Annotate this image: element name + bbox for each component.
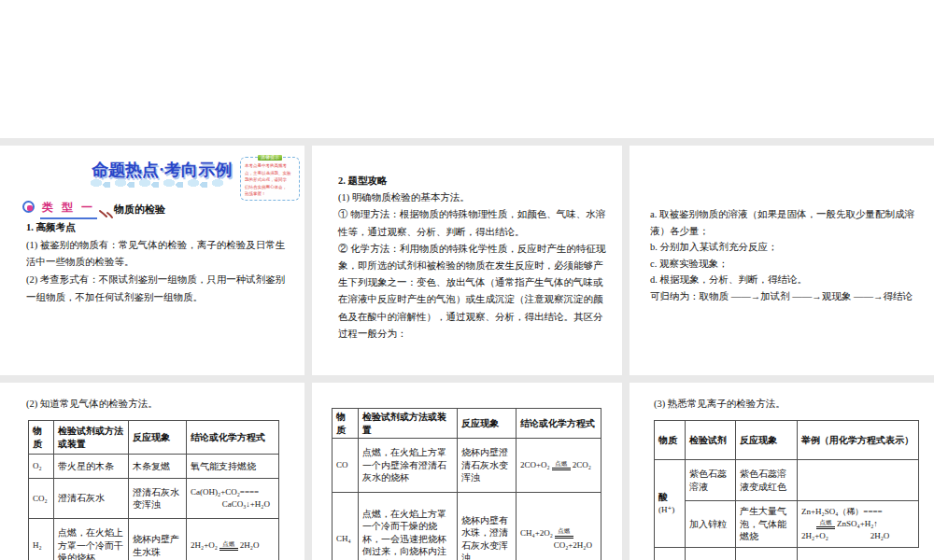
header-cell: 检验试剂 bbox=[686, 421, 736, 460]
tip-stamp-line: 本考点是中考的高频考 bbox=[245, 162, 296, 170]
table-cell: 带火星的木条 bbox=[54, 455, 129, 479]
header-cell: 举例（用化学方程式表示） bbox=[798, 421, 919, 460]
equation-cell: Ca(OH)₂+CO₂==== CaCO₃↓+H₂O bbox=[187, 479, 279, 519]
text-line: 过程一般分为： bbox=[338, 326, 605, 343]
equation-lhs: 2CO+O₂ bbox=[520, 460, 550, 469]
tip-stamp-line: 熟练掌握！ bbox=[245, 190, 296, 198]
text-line: ② 化学方法：利用物质的特殊化学性质，反应时产生的特征现 bbox=[338, 241, 605, 258]
equation-line: Ca(OH)₂+CO₂==== bbox=[191, 486, 275, 498]
text-line: (1) 明确物质检验的基本方法。 bbox=[338, 189, 605, 206]
table-cell: 烧杯内壁产生水珠 bbox=[129, 519, 187, 560]
document-page: 命题热点·考向示例 温馨提示 本考点是中考的高频考 点，主要以选择题、实验 题的… bbox=[0, 0, 934, 560]
ion-test-table: 物质 检验试剂 反应现象 举例（用化学方程式表示） 酸 (H⁺) 紫色石蕊溶液 … bbox=[654, 420, 919, 560]
header-cell: 结论或化学方程式 bbox=[517, 409, 601, 439]
text-line: (2) 考查形式有：不限试剂鉴别一组物质，只用一种试剂鉴别 bbox=[26, 272, 285, 289]
text-line: 可归纳为：取物质 ——→加试剂 ——→观现象 ——→得结论 bbox=[650, 288, 914, 305]
key-points-text: 1. 高频考点 (1) 被鉴别的物质有：常见气体的检验，离子的检验及日常生 活中… bbox=[26, 219, 285, 307]
table-cell: 烧杯内壁有水珠，澄清石灰水变浑浊 bbox=[458, 493, 517, 560]
table-cell: H₂ bbox=[29, 519, 54, 560]
equation-line: Zn+H₂SO₄（稀）==== bbox=[801, 506, 914, 518]
strategy-text: 2. 题型攻略 (1) 明确物质检验的基本方法。 ① 物理方法：根据物质的特殊物… bbox=[338, 173, 605, 343]
text-line: a. 取被鉴别物质的溶液（如果是固体，一般先取少量配制成溶 bbox=[650, 206, 914, 223]
table-cell: 产生大量气泡，气体能燃烧 bbox=[736, 501, 798, 548]
equation-line: 点燃ZnSO₄+H₂↑ bbox=[801, 518, 914, 530]
text-line: 1. 高频考点 bbox=[26, 219, 285, 237]
table-cell: 澄清石灰水 bbox=[54, 479, 129, 519]
table-cell: 紫色石蕊溶液 bbox=[686, 460, 736, 501]
text-line: ① 物理方法：根据物质的特殊物理性质，如颜色、气味、水溶 bbox=[338, 206, 605, 223]
header-cell: 物质 bbox=[29, 421, 54, 455]
ion-symbol: (H⁺) bbox=[658, 504, 681, 516]
table-cell: 点燃，在火焰上方罩一个冷而干燥的烧杯，一会迅速把烧杯倒过来，向烧杯内注入澄清石灰… bbox=[359, 493, 458, 560]
slide-panel-2: 2. 题型攻略 (1) 明确物质检验的基本方法。 ① 物理方法：根据物质的特殊物… bbox=[312, 146, 622, 375]
table-cell: CH₄ bbox=[333, 493, 359, 560]
equation-cell: Zn+H₂SO₄（稀）==== 点燃ZnSO₄+H₂↑ 2H₂+O₂2H₂O bbox=[798, 501, 919, 548]
section-intro: (2) 知道常见气体的检验方法。 bbox=[26, 398, 158, 411]
table-cell: 加入锌粒 bbox=[686, 501, 736, 548]
double-bond-line bbox=[555, 536, 573, 539]
header-cell: 检验试剂或方法或装置 bbox=[359, 409, 458, 439]
slide-panel-1: 命题热点·考向示例 温馨提示 本考点是中考的高频考 点，主要以选择题、实验 题的… bbox=[0, 146, 304, 375]
table-header-row: 物质 检验试剂或方法或装置 反应现象 结论或化学方程式 bbox=[29, 421, 279, 455]
double-bond-line bbox=[219, 548, 238, 551]
header-cell: 结论或化学方程式 bbox=[187, 421, 279, 455]
text-line: 在溶液中反应时产生的气泡）或生成沉淀（注意观察沉淀的颜 bbox=[338, 291, 605, 308]
header-cell: 物质 bbox=[655, 421, 686, 460]
text-line: 性等，通过观察、分析、判断，得出结论。 bbox=[338, 224, 605, 241]
substance-cell: 酸 (H⁺) bbox=[655, 460, 686, 548]
table-cell: 木条复燃 bbox=[129, 455, 187, 479]
reaction-condition: 点燃 bbox=[816, 520, 835, 530]
substance-name: 酸 bbox=[658, 491, 681, 504]
table-cell: 点燃，在火焰上方罩一个冷而干燥的烧杯 bbox=[54, 519, 129, 560]
table-row: CO 点燃，在火焰上方罩一个内壁涂有澄清石灰水的烧杯 烧杯内壁澄清石灰水变浑浊 … bbox=[333, 439, 601, 493]
type-one-label: 类 型 一 bbox=[40, 200, 97, 219]
table-header-row: 物质 检验试剂 反应现象 举例（用化学方程式表示） bbox=[655, 421, 919, 460]
table-cell bbox=[798, 460, 919, 501]
double-bond-line bbox=[816, 526, 835, 529]
tip-stamp-label: 温馨提示 bbox=[258, 155, 282, 161]
equation-line: CO₂+2H₂O bbox=[520, 539, 597, 552]
table-cell: 澄清石灰水变浑浊 bbox=[129, 479, 187, 519]
table-row: 加入锌粒 产生大量气泡，气体能燃烧 Zn+H₂SO₄（稀）==== 点燃ZnSO… bbox=[655, 501, 919, 548]
tip-stamp-line: 题的形式出现，请同学 bbox=[245, 176, 296, 184]
equation-cell: CH₄+2O₂点燃 CO₂+2H₂O bbox=[517, 493, 601, 560]
slide-panel-3: a. 取被鉴别物质的溶液（如果是固体，一般先取少量配制成溶 液）各少量； b. … bbox=[630, 146, 934, 375]
header-cell: 反应现象 bbox=[129, 421, 187, 455]
table-row: O₂ 带火星的木条 木条复燃 氧气能支持燃烧 bbox=[29, 455, 279, 479]
table-cell: CO₂ bbox=[29, 479, 54, 519]
table-cell bbox=[686, 548, 736, 560]
text-line: 活中一些物质的检验等。 bbox=[26, 254, 285, 272]
equation-line: CaCO₃↓+H₂O bbox=[191, 498, 275, 511]
text-line: 2. 题型攻略 bbox=[338, 173, 605, 189]
reaction-condition: 点燃 bbox=[555, 528, 573, 539]
equation-cell: 2CO+O₂点燃2CO₂ bbox=[517, 439, 601, 493]
text-line: 象，即所选的试剂和被检验的物质在发生反应时，必须能够产 bbox=[338, 258, 605, 274]
table-cell: 氧气能支持燃烧 bbox=[187, 455, 279, 479]
slide-panel-6: (3) 熟悉常见离子的检验方法。 物质 检验试剂 反应现象 举例（用化学方程式表… bbox=[630, 383, 934, 560]
gas-test-table-2: 物质 检验试剂或方法或装置 反应现象 结论或化学方程式 CO 点燃，在火焰上方罩… bbox=[332, 408, 601, 560]
equation-rhs: 2CO₂ bbox=[573, 460, 591, 469]
text-line: d. 根据现象，分析、判断，得结论。 bbox=[650, 272, 914, 288]
table-cell: CO bbox=[333, 439, 359, 493]
equation-rhs: 2H₂O bbox=[240, 540, 260, 550]
table-cell: O₂ bbox=[29, 455, 54, 479]
tip-stamp-line: 们结合实例用心体会， bbox=[245, 184, 296, 191]
header-cell: 反应现象 bbox=[736, 421, 798, 460]
header-cell: 检验试剂或方法或装置 bbox=[54, 421, 129, 455]
type-badge-icon bbox=[22, 201, 35, 213]
table-cell: 烧杯内壁澄清石灰水变浑浊 bbox=[458, 439, 517, 493]
tip-stamp-box: 温馨提示 本考点是中考的高频考 点，主要以选择题、实验 题的形式出现，请同学 们… bbox=[240, 157, 300, 201]
equation-cell: 2H₂+O₂点燃2H₂O bbox=[187, 519, 279, 560]
text-line: 色及在酸中的溶解性），通过观察、分析，得出结论。其区分 bbox=[338, 309, 605, 326]
equation-line: CH₄+2O₂点燃 bbox=[520, 527, 597, 539]
equation-line: 2H₂+O₂2H₂O bbox=[801, 530, 889, 542]
text-line: 生下列现象之一：变色、放出气体（通常指产生气体的气味或 bbox=[338, 274, 605, 291]
equation-lhs: 2H₂+O₂ bbox=[191, 540, 218, 550]
swoosh-icon bbox=[99, 210, 114, 219]
slide-panel-4: (2) 知道常见气体的检验方法。 物质 检验试剂或方法或装置 反应现象 结论或化… bbox=[0, 383, 304, 560]
gas-test-table-1: 物质 检验试剂或方法或装置 反应现象 结论或化学方程式 O₂ 带火星的木条 木条… bbox=[28, 420, 279, 560]
text-line: 液）各少量； bbox=[650, 223, 914, 240]
text-line: 一组物质，不加任何试剂鉴别一组物质。 bbox=[26, 289, 285, 307]
reaction-condition: 点燃 bbox=[219, 541, 238, 552]
header-cell: 反应现象 bbox=[458, 409, 517, 439]
